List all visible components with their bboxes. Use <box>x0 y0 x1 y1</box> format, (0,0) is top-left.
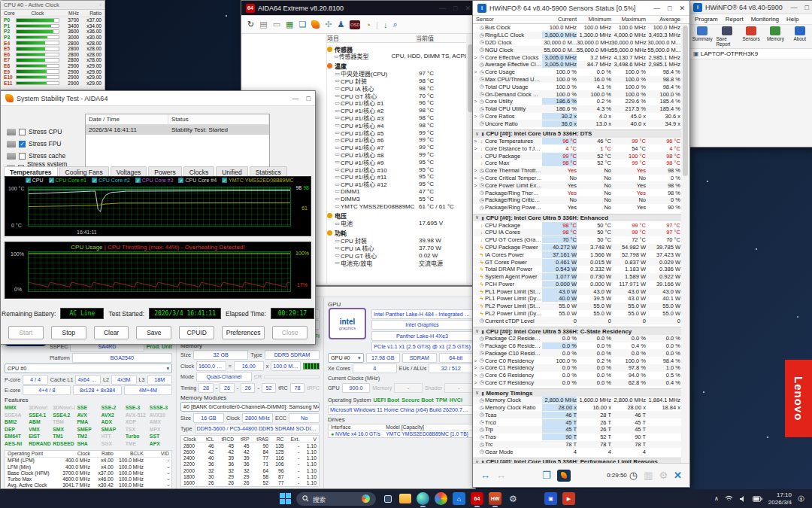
sensor-row[interactable]: ◷Tras90 T52 T90 T <box>473 433 689 441</box>
sensor-row[interactable]: >◷Core Thermal ThrottlingYesNoYes98 % <box>473 167 689 175</box>
sensor-row[interactable]: ↓Core Max98 °C52 °C99 °C98 °C <box>473 160 689 167</box>
sensor-row[interactable]: ◷Trcd45 T26 T45 T <box>473 418 689 426</box>
tray-expand-icon[interactable]: ∧ <box>714 495 719 502</box>
sensor-row[interactable]: ◷Memory Clock2,800.0 MHz1,600.0 MHz2,800… <box>473 397 689 404</box>
hwinfo-taskbar-button[interactable]: HW <box>489 492 501 505</box>
sensor-row[interactable]: ϟSystem Agent Power1.077 W0.730 W1.589 W… <box>473 273 689 281</box>
hwinfo-main-titlebar[interactable]: i HWiNFO® 64 v8.40-5900 —□ <box>689 1 812 14</box>
close-button[interactable]: Close <box>272 326 308 339</box>
close-icon[interactable]: ▫ <box>99 2 102 8</box>
save-button[interactable]: Save <box>136 326 171 339</box>
osd-icon[interactable]: OSD <box>350 20 360 29</box>
start-button[interactable] <box>280 493 291 504</box>
tool-memory[interactable]: Memory <box>765 26 786 47</box>
menu-program[interactable]: Program <box>695 16 718 23</box>
sensor-row[interactable]: ◷Gear Mode444 <box>473 448 689 455</box>
search-box[interactable]: 搜索 <box>296 492 376 506</box>
aida64-sensor-row[interactable]: ▭YMTC YMSS2ED08B89MC61 °C / 61 °C <box>327 202 466 210</box>
sensor-group-header[interactable]: ∨▮CPU [#0]: Intel Core Ultra 5 336H: C-S… <box>473 327 689 335</box>
sensor-row[interactable]: ϟPL2 Power Limit (Static)55.0 W55.0 W55.… <box>473 303 689 310</box>
sensor-row[interactable]: ϟCPU Package Power40.272 W3.748 W54.982 … <box>473 244 689 251</box>
close-sensors-icon[interactable]: ✕ <box>674 470 682 481</box>
cpu-icon[interactable]: ▭ <box>273 20 280 29</box>
sensor-group-header[interactable]: ∨▮CPU [#0]: Intel Core Ultra 5 336H: Per… <box>473 458 689 463</box>
preferences-button[interactable]: Preferences <box>222 326 265 339</box>
stress-option[interactable]: Stress CPU <box>7 126 85 138</box>
cpuid-button[interactable]: CPUID <box>179 326 214 339</box>
stability-titlebar[interactable]: System Stability Test - AIDA64 —□ <box>1 91 315 106</box>
maximize-icon[interactable]: □ <box>307 95 311 102</box>
aida64-sensor-row[interactable]: ▭传感器类型CPU, HDD, DIMM TS, ACPI <box>327 53 466 60</box>
maximize-icon[interactable]: □ <box>453 5 457 12</box>
table-row[interactable]: LFM (Min)400.0 MHzx4.00100.0 MHz- <box>5 464 172 470</box>
sensor-row[interactable]: ◷Total CPU Utility186.6 %4.3 %217.5 %185… <box>473 105 689 113</box>
settings-button[interactable]: ⚙ <box>507 492 520 505</box>
table-row[interactable]: 20003232326496-1.10 <box>181 467 320 473</box>
aida64-taskbar-button[interactable]: 64 <box>471 492 483 505</box>
stress-option[interactable]: ✓Stress FPU <box>7 138 85 150</box>
sensor-row[interactable]: >◷Core C6 Residency0.0 %0.0 %94.0 %0.5 % <box>473 372 689 379</box>
sensor-row[interactable]: ↓CPU Package98 °C50 °C99 °C97 °C <box>473 221 689 229</box>
table-row[interactable]: 220036363671106-1.10 <box>181 461 320 467</box>
aida64-col-item[interactable]: 项目 <box>327 34 416 42</box>
legend-item[interactable]: ✓YMTC YMSS2ED08B89MC <box>222 178 293 183</box>
table-row[interactable]: Avg. Active Clock3041.7 MHzx30.42100.0 M… <box>5 482 172 488</box>
sensor-row[interactable]: ◷Package C6 Residency0.0 %0.0 %0.4 %0.0 … <box>473 342 689 350</box>
sensor-row[interactable]: >◷Core C1 Residency0.0 %0.0 %97.8 %1.0 % <box>473 364 689 372</box>
sensor-row[interactable]: ◷Trc78 T78 T78 T <box>473 441 689 449</box>
close-icon[interactable]: ✕ <box>679 5 685 12</box>
back-forward-icon[interactable]: ↔ <box>480 470 490 481</box>
file-explorer-button[interactable] <box>399 494 411 503</box>
aida64-sensor-row[interactable]: ▭CPU #1/核心 #1295 °C <box>327 181 466 188</box>
tool-save-report[interactable]: Save Report <box>716 26 737 47</box>
memory-icon[interactable]: ▦ <box>286 20 293 29</box>
tool-about[interactable]: About <box>789 26 810 47</box>
sensor-row[interactable]: ↓CPU GT Cores (Graphics)70 °C50 °C72 °C7… <box>473 236 689 244</box>
minimize-icon[interactable]: — <box>653 5 660 12</box>
sensors-scrollbar[interactable] <box>681 24 689 463</box>
sensor-row[interactable]: ◷Total CPU Usage100.0 %4.1 %100.0 %98.4 … <box>473 83 689 90</box>
legend-checkbox[interactable]: ✓ <box>49 178 54 183</box>
sensor-row[interactable]: ↓CPU Package99 °C52 °C100 °C98 °C <box>473 152 689 160</box>
minimize-icon[interactable]: — <box>292 95 299 102</box>
sensor-row[interactable]: ◷On-Demand Clock Modula...100.0 %100.0 %… <box>473 90 689 98</box>
sensor-row[interactable]: ϟPCH Power0.000 W0.000 W117.971 W39.166 … <box>473 281 689 288</box>
sensor-row[interactable]: ◷Package/Ring Critical Tem...NoNoNo0 % <box>473 196 689 204</box>
devices-icon[interactable]: ❏ <box>298 20 306 29</box>
active-clock-titlebar[interactable]: CPU #0 - Active Clock ▫ <box>1 1 105 10</box>
legend-checkbox[interactable]: ✓ <box>222 178 227 183</box>
table-row[interactable]: MFM (LPM)400.0 MHzx4.00100.0 MHz- <box>5 457 172 464</box>
maximize-icon[interactable]: □ <box>668 5 671 12</box>
aida64-col-value[interactable]: 当前值 <box>416 34 434 42</box>
checkbox[interactable] <box>19 129 26 135</box>
aida64-sensor-row[interactable]: ▭DIMM355 °C <box>327 195 466 202</box>
refresh-icon[interactable]: ↻ <box>247 20 254 29</box>
task-view-button[interactable] <box>381 492 394 505</box>
table-row[interactable]: Base Clock (HFM)3700.0 MHzx37.00100.0 MH… <box>5 470 172 476</box>
sensor-row[interactable]: ◷Memory Clock Ratio28.00 x16.00 x28.00 x… <box>473 404 689 412</box>
legend-checkbox[interactable]: ✓ <box>178 178 183 183</box>
legend-item[interactable]: ✓CPU <box>26 178 44 183</box>
sensor-row[interactable]: >◷Core C7 Residency0.0 %0.0 %62.8 %0.4 % <box>473 379 689 387</box>
legend-item[interactable]: ✓CPU Core #3 <box>135 178 174 183</box>
sensor-row[interactable]: ϟGT Cores Power0.461 W0.015 W0.837 W0.02… <box>473 258 689 266</box>
sensor-row[interactable]: >↓Core Distance to TJMAX4 °C1 °C54 °C4 °… <box>473 144 689 152</box>
dropdown[interactable]: #0 [BANK 0/Controller0-ChannelA-DIMM0]: … <box>180 402 320 412</box>
minimize-icon[interactable]: — <box>791 4 798 11</box>
sensor-row[interactable]: ◷Package/Ring Power Limit...YesNoYes90 % <box>473 204 689 211</box>
aida64-sensor-row[interactable]: ▭DIMM147 °C <box>327 188 466 196</box>
sensor-row[interactable]: ϟPL2 Power Limit (Dynamic)55.0 W55.0 W55… <box>473 310 689 318</box>
sensor-row[interactable]: ◷Ring/LLC Clock3,600.0 MHz1,300.0 MHz4,0… <box>473 32 689 39</box>
table-row[interactable]: 280046454590135-1.10 <box>181 443 320 449</box>
dropdown[interactable]: GPU #0▾ <box>328 353 364 363</box>
menu-monitoring[interactable]: Monitoring <box>751 16 779 23</box>
sensor-row[interactable]: >◷Core Power Limit Exce...YesNoYes98 % <box>473 181 689 189</box>
log-col-status[interactable]: Status <box>168 114 269 124</box>
table-row[interactable]: Turbo Max4600.0 MHzx46.00100.0 MHz- <box>5 476 172 482</box>
sensor-group-header[interactable]: ∨▮Memory Timings <box>473 388 689 397</box>
clock-icon[interactable]: ◷ <box>629 470 638 481</box>
sensor-row[interactable]: >◷Core Effective Clocks3,005.0 MHz3.2 MH… <box>473 53 689 61</box>
volume-icon[interactable] <box>739 495 747 503</box>
legend-item[interactable]: ✓CPU Core #1 <box>49 178 87 183</box>
table-row[interactable]: 240040393977116-1.10 <box>181 455 320 461</box>
